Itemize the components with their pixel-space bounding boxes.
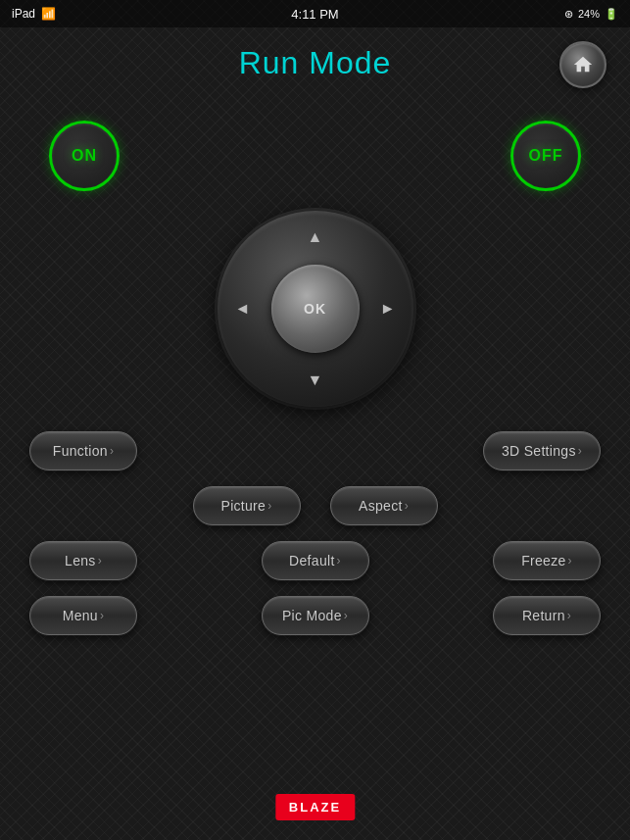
dpad-ok[interactable]: OK	[271, 265, 360, 353]
dpad-right[interactable]: ►	[380, 300, 396, 318]
wifi-icon: 📶	[41, 7, 56, 21]
ctrl-row-1: Function 3D Settings	[29, 431, 601, 470]
home-button[interactable]	[559, 41, 606, 88]
dpad-outer: ▲ ▼ ◄ ► OK	[218, 211, 413, 407]
page-title: Run Mode	[239, 45, 392, 81]
settings3d-button[interactable]: 3D Settings	[483, 431, 601, 470]
home-icon	[572, 54, 594, 75]
off-button[interactable]: OFF	[510, 121, 581, 191]
on-button[interactable]: ON	[49, 121, 120, 191]
lens-button[interactable]: Lens	[29, 541, 137, 580]
dpad-down[interactable]: ▼	[308, 371, 323, 389]
function-button[interactable]: Function	[29, 431, 137, 470]
menu-button[interactable]: Menu	[29, 596, 137, 635]
status-bar: iPad 📶 4:11 PM ⊛ 24% 🔋	[0, 0, 630, 27]
return-button[interactable]: Return	[493, 596, 601, 635]
blaze-logo: BLAZE	[275, 794, 355, 820]
dpad-up[interactable]: ▲	[308, 228, 323, 246]
bluetooth-icon: ⊛	[564, 8, 573, 21]
default-button[interactable]: Default	[262, 541, 369, 580]
power-row: ON OFF	[0, 111, 630, 201]
aspect-button[interactable]: Aspect	[330, 486, 438, 525]
picture-button[interactable]: Picture	[193, 486, 301, 525]
ctrl-row-2: Picture Aspect	[29, 486, 601, 525]
controls-grid: Function 3D Settings Picture Aspect Lens…	[0, 431, 630, 635]
ctrl-row-3: Lens Default Freeze	[29, 541, 601, 580]
device-label: iPad	[12, 7, 35, 21]
battery-label: 24%	[578, 8, 600, 20]
freeze-button[interactable]: Freeze	[493, 541, 601, 580]
status-left: iPad 📶	[12, 7, 56, 21]
battery-icon: 🔋	[605, 8, 618, 21]
dpad-left[interactable]: ◄	[235, 300, 251, 318]
ctrl-row-4: Menu Pic Mode Return	[29, 596, 601, 635]
main-content: Run Mode ON OFF ▲ ▼ ◄ ► OK Function 3D S…	[0, 27, 630, 840]
status-time: 4:11 PM	[291, 7, 338, 22]
status-right: ⊛ 24% 🔋	[564, 8, 618, 21]
picmode-button[interactable]: Pic Mode	[262, 596, 369, 635]
dpad-container: ▲ ▼ ◄ ► OK	[218, 211, 413, 407]
title-bar: Run Mode	[0, 27, 630, 91]
